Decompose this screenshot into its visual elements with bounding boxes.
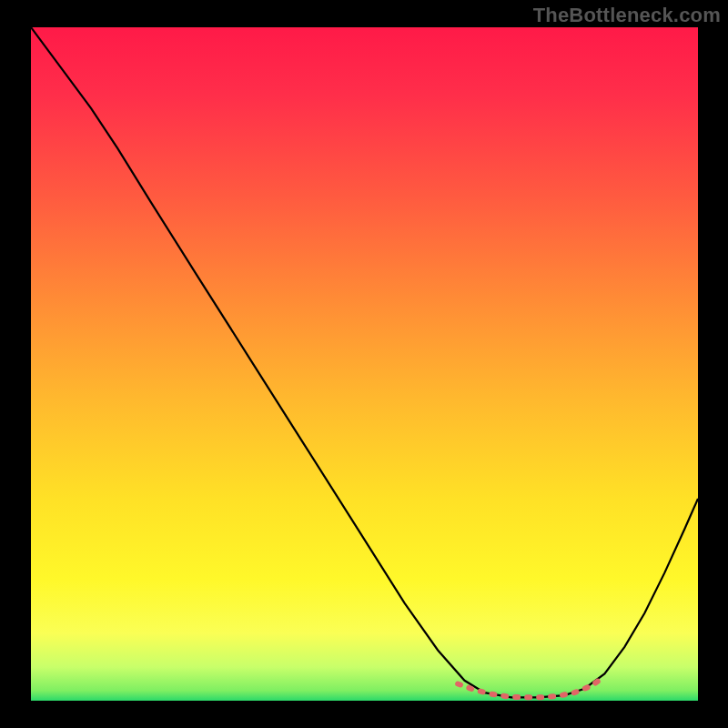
watermark-text: TheBottleneck.com: [533, 4, 721, 27]
gradient-background: [31, 27, 698, 701]
plot-area: [31, 27, 698, 701]
chart-container: TheBottleneck.com: [0, 0, 728, 728]
chart-svg: [31, 27, 698, 701]
